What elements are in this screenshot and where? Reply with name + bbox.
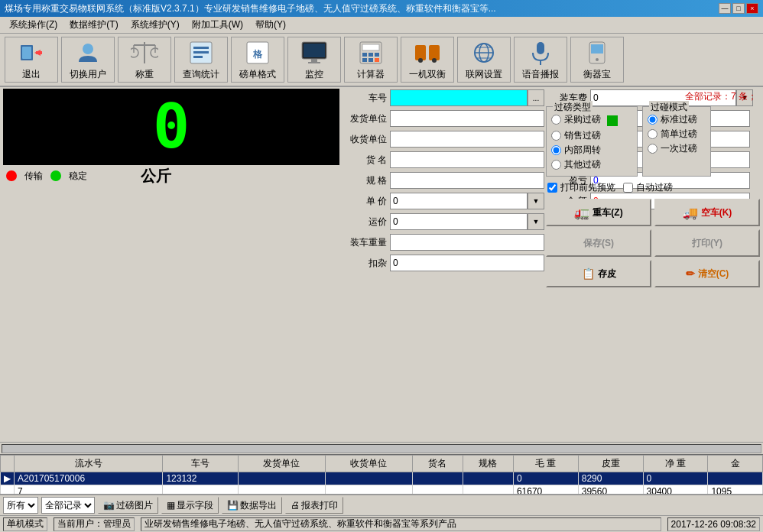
svg-point-42 — [596, 58, 599, 61]
guige-select[interactable] — [390, 172, 544, 189]
col-jingzhong[interactable]: 净 重 — [643, 456, 708, 472]
dayin-button[interactable]: 打印(Y) — [654, 229, 760, 257]
radio-yici[interactable] — [648, 144, 657, 154]
filter1-select[interactable]: 所有 — [3, 497, 38, 514]
menu-help[interactable]: 帮助(Y) — [249, 17, 292, 33]
toolbar-btn-scale[interactable]: 称重 — [118, 37, 171, 83]
radio-neibu[interactable] — [551, 145, 561, 155]
datetime-label: 2017-12-26 09:08:32 — [671, 519, 756, 530]
radio-biaozhun[interactable] — [648, 115, 657, 125]
col-fahuo[interactable]: 发货单位 — [238, 456, 325, 472]
menu-tools[interactable]: 附加工具(W) — [186, 17, 249, 33]
col-jin[interactable]: 金 — [708, 456, 763, 472]
cell-jing-1: 0 — [643, 472, 708, 485]
toolbar-label-network: 联网设置 — [466, 68, 502, 81]
guocao-pic-button[interactable]: 📷 过磅图片 — [98, 497, 158, 514]
cell-jin-1 — [708, 472, 763, 485]
label-neibu: 内部周转 — [564, 144, 601, 157]
auto-guocao-checkbox[interactable] — [623, 183, 633, 193]
menu-data[interactable]: 数据维护(T) — [63, 17, 124, 33]
col-guige[interactable]: 规格 — [463, 456, 513, 472]
yunjia-input[interactable] — [390, 213, 528, 230]
print-preview-row: 打印前先预览 — [547, 181, 615, 194]
cunpi-label: 存皮 — [598, 268, 616, 281]
status-bar: 单机模式 当前用户：管理员 业研发销售维修电子地磅、无人值守过磅系统、称重软件和… — [0, 515, 763, 532]
yunjia-dropdown[interactable]: ▼ — [528, 213, 544, 230]
svg-rect-25 — [375, 53, 379, 57]
zhongche-button[interactable]: 🚛 重车(Z) — [546, 199, 651, 226]
huomin-select[interactable] — [390, 151, 544, 168]
col-huomin[interactable]: 货名 — [412, 456, 463, 472]
table-row[interactable]: ▶ A201705170006 123132 0 8290 0 — [1, 472, 763, 485]
print-preview-checkbox[interactable] — [547, 183, 557, 193]
svg-rect-20 — [308, 62, 320, 63]
mode-label: 单机模式 — [7, 517, 44, 530]
radio-jiandan[interactable] — [648, 129, 657, 139]
col-maozhong[interactable]: 毛 重 — [513, 456, 578, 472]
print-report-label: 报表打印 — [301, 499, 338, 512]
guocao-mode-group: 过碰模式 标准过磅 简单过磅 一次过磅 — [642, 106, 711, 177]
menu-sys-maint[interactable]: 系统维护(Y) — [125, 17, 186, 33]
cell-huomin-2 — [412, 485, 463, 495]
yunjia-input-group: ▼ — [390, 213, 544, 230]
toolbar-btn-network[interactable]: 联网设置 — [457, 37, 511, 83]
menu-system[interactable]: 系统操作(Z) — [3, 17, 63, 33]
radio-row-jiandan: 简单过磅 — [648, 128, 706, 141]
radio-caigu[interactable] — [551, 115, 561, 125]
radio-qita[interactable] — [551, 160, 561, 170]
label-jiandan: 简单过磅 — [661, 128, 697, 141]
radio-row-yici: 一次过磅 — [648, 142, 706, 155]
toolbar-btn-user[interactable]: 切换用户 — [61, 37, 115, 83]
toolbar-btn-device[interactable]: 衡器宝 — [570, 37, 624, 83]
dayin-label: 打印(Y) — [692, 237, 722, 250]
minimize-button[interactable]: — — [719, 3, 731, 14]
cunpi-button[interactable]: 📋 存皮 — [546, 260, 651, 287]
maximize-button[interactable]: □ — [732, 3, 745, 14]
zhuangche-input[interactable] — [390, 234, 544, 251]
col-shohuo[interactable]: 收货单位 — [325, 456, 412, 472]
toolbar-btn-calc[interactable]: 计算器 — [344, 37, 398, 83]
danjia-input[interactable] — [390, 193, 528, 209]
print-report-button[interactable]: 🖨 报表打印 — [285, 497, 343, 514]
svg-point-32 — [432, 58, 437, 63]
toolbar-btn-dual[interactable]: 一机双衡 — [401, 37, 454, 83]
kongche-button[interactable]: 🚚 空车(K) — [654, 199, 760, 226]
filter2-select[interactable]: 全部记录 — [41, 497, 95, 514]
transmit-indicator — [6, 170, 17, 181]
col-liushui[interactable]: 流水号 — [15, 456, 163, 472]
baocun-button[interactable]: 保存(S) — [546, 229, 651, 257]
radio-xiaoshou[interactable] — [551, 131, 561, 141]
danjia-dropdown[interactable]: ▼ — [528, 193, 544, 209]
toolbar-btn-query[interactable]: 查询统计 — [174, 37, 228, 83]
toolbar-btn-exit[interactable]: 退出 — [5, 37, 58, 83]
label-shohuo: 收货单位 — [347, 133, 390, 146]
exit-icon — [18, 39, 45, 66]
fahuo-select[interactable] — [390, 110, 544, 127]
chehao-input[interactable] — [390, 89, 528, 106]
print-icon: 🖨 — [291, 500, 300, 511]
hscroll-bar[interactable] — [0, 442, 763, 454]
datetime-segment: 2017-12-26 09:08:32 — [667, 517, 760, 531]
voice-icon — [527, 39, 554, 66]
qingkong-button[interactable]: ✏ 清空(C) — [654, 260, 760, 287]
show-fields-button[interactable]: ▦ 显示字段 — [161, 497, 219, 514]
data-table: 流水号 车号 发货单位 收货单位 货名 规格 毛 重 皮重 净 重 金 ▶ A2… — [0, 455, 763, 494]
col-chehao[interactable]: 车号 — [163, 456, 238, 472]
cell-liushui-1: A201705170006 — [15, 472, 163, 485]
kongche-label: 空车(K) — [701, 206, 732, 219]
table-row[interactable]: 7 61670 39560 30400 1095 — [1, 485, 763, 495]
toolbar-btn-format[interactable]: 格 磅单格式 — [231, 37, 284, 83]
table-area[interactable]: 流水号 车号 发货单位 收货单位 货名 规格 毛 重 皮重 净 重 金 ▶ A2… — [0, 454, 763, 494]
chehao-browse-button[interactable]: ... — [528, 89, 544, 106]
hscroll-track[interactable] — [2, 444, 761, 453]
cell-fahuo-1 — [238, 472, 325, 485]
window-controls[interactable]: — □ × — [719, 3, 758, 14]
auto-guocao-row: 自动过磅 — [623, 181, 673, 194]
toolbar-btn-monitor[interactable]: 监控 — [287, 37, 341, 83]
shohuo-select[interactable] — [390, 131, 544, 148]
toolbar-btn-voice[interactable]: 语音播报 — [514, 37, 567, 83]
export-button[interactable]: 💾 数据导出 — [222, 497, 282, 514]
close-button[interactable]: × — [746, 3, 758, 14]
col-pizhong[interactable]: 皮重 — [578, 456, 643, 472]
kouza-input[interactable] — [390, 255, 544, 271]
